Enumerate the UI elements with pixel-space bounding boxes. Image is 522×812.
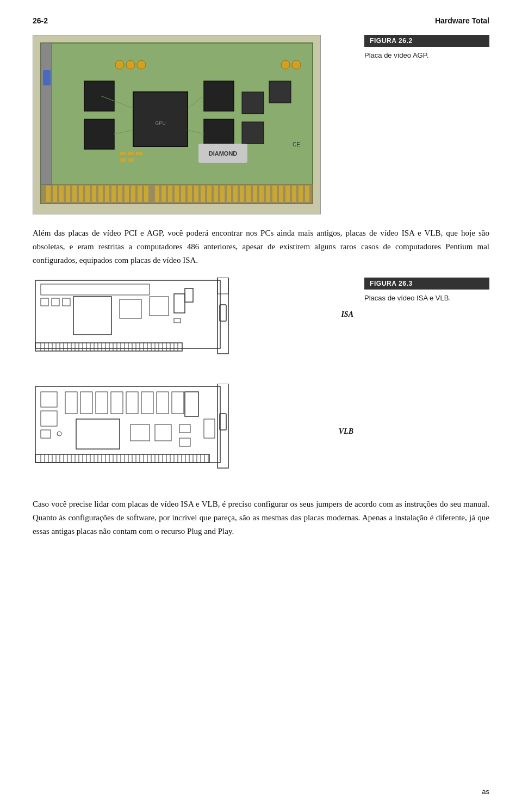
svg-rect-65 <box>120 152 126 155</box>
book-title: Hardware Total <box>435 16 489 25</box>
vlb-label: VLB <box>339 427 353 436</box>
svg-point-55 <box>137 60 146 69</box>
figure-top-caption: Figura 26.2 Placa de vídeo AGP. <box>364 35 489 60</box>
svg-rect-170 <box>220 414 226 430</box>
svg-rect-181 <box>172 392 184 414</box>
svg-rect-36 <box>272 186 277 202</box>
svg-rect-23 <box>188 186 192 202</box>
svg-rect-124 <box>35 454 209 463</box>
svg-rect-42 <box>41 43 52 184</box>
svg-rect-120 <box>174 318 181 323</box>
svg-rect-122 <box>35 386 220 463</box>
svg-rect-112 <box>41 284 150 295</box>
svg-rect-8 <box>85 186 90 202</box>
agp-card-svg: GPU <box>35 38 318 212</box>
footer-text: as <box>482 788 489 796</box>
svg-rect-39 <box>292 186 296 202</box>
svg-rect-11 <box>105 186 109 202</box>
svg-rect-37 <box>279 186 283 202</box>
svg-rect-21 <box>175 186 179 202</box>
svg-rect-5 <box>66 186 70 202</box>
svg-rect-35 <box>266 186 270 202</box>
svg-rect-183 <box>185 392 198 416</box>
svg-rect-4 <box>59 186 64 202</box>
svg-rect-10 <box>98 186 103 202</box>
figure-26-3-area: ISA <box>33 278 489 484</box>
svg-rect-184 <box>130 425 150 441</box>
svg-rect-12 <box>111 186 116 202</box>
svg-rect-28 <box>220 186 225 202</box>
svg-rect-117 <box>120 299 141 318</box>
svg-rect-187 <box>179 438 190 446</box>
svg-rect-73 <box>35 343 182 351</box>
svg-rect-27 <box>214 186 218 202</box>
svg-rect-50 <box>242 92 264 114</box>
svg-rect-16 <box>138 186 142 202</box>
svg-rect-111 <box>220 305 226 321</box>
svg-rect-46 <box>84 81 114 111</box>
svg-rect-40 <box>299 186 303 202</box>
figure-middle-label: Figura 26.3 <box>364 278 489 290</box>
svg-rect-44 <box>133 92 188 146</box>
svg-rect-26 <box>207 186 212 202</box>
svg-rect-29 <box>227 186 231 202</box>
svg-rect-22 <box>181 186 185 202</box>
card-diagram-group: ISA <box>33 278 353 484</box>
svg-rect-173 <box>41 430 51 438</box>
figure-top-description: Placa de vídeo AGP. <box>364 50 489 60</box>
figure-image-area: GPU <box>33 35 353 214</box>
svg-rect-114 <box>52 298 59 306</box>
pcb-image: GPU <box>33 35 321 214</box>
svg-rect-185 <box>155 425 171 441</box>
svg-rect-121 <box>185 288 193 302</box>
svg-rect-175 <box>80 392 92 414</box>
svg-point-57 <box>292 60 301 69</box>
svg-point-54 <box>126 60 135 69</box>
figure-middle-description: Placas de vídeo ISA e VLB. <box>364 293 489 303</box>
svg-rect-69 <box>128 158 134 162</box>
svg-text:CE: CE <box>293 142 300 147</box>
svg-point-53 <box>115 60 124 69</box>
svg-rect-48 <box>204 81 234 111</box>
svg-rect-176 <box>96 392 108 414</box>
page: 26-2 Hardware Total <box>0 0 522 812</box>
svg-rect-33 <box>253 186 257 202</box>
svg-rect-71 <box>217 278 228 354</box>
svg-rect-177 <box>111 392 123 414</box>
svg-rect-172 <box>41 411 57 426</box>
svg-rect-15 <box>131 186 135 202</box>
page-number: 26-2 <box>33 16 48 25</box>
svg-rect-70 <box>35 280 220 348</box>
svg-point-56 <box>281 60 290 69</box>
svg-rect-34 <box>259 186 264 202</box>
svg-rect-118 <box>150 297 169 316</box>
svg-rect-171 <box>41 392 57 407</box>
svg-rect-186 <box>179 425 190 433</box>
svg-rect-38 <box>285 186 290 202</box>
svg-rect-66 <box>128 152 134 155</box>
svg-rect-174 <box>65 392 77 414</box>
svg-rect-51 <box>242 122 264 144</box>
svg-rect-67 <box>136 152 142 155</box>
svg-rect-17 <box>144 186 148 202</box>
svg-rect-189 <box>57 432 61 436</box>
svg-rect-179 <box>141 392 153 414</box>
svg-rect-47 <box>84 119 114 149</box>
isa-label: ISA <box>341 310 353 319</box>
svg-rect-30 <box>233 186 238 202</box>
svg-rect-13 <box>118 186 122 202</box>
svg-rect-7 <box>79 186 83 202</box>
isa-card-item: ISA <box>33 278 353 367</box>
svg-rect-9 <box>92 186 96 202</box>
figure-26-3-caption: Figura 26.3 Placas de vídeo ISA e VLB. <box>364 278 489 303</box>
svg-rect-182 <box>76 419 120 449</box>
vlb-card-item: VLB <box>33 384 353 484</box>
svg-rect-113 <box>41 298 48 306</box>
vlb-card-svg <box>33 384 239 484</box>
figure-top-area: GPU <box>33 35 489 214</box>
paragraph-1: Além das placas de vídeo PCI e AGP, você… <box>33 226 489 267</box>
svg-rect-2 <box>46 186 51 202</box>
paragraph-2: Caso você precise lidar com placas de ví… <box>33 497 489 538</box>
svg-rect-32 <box>246 186 251 202</box>
svg-rect-14 <box>125 186 129 202</box>
